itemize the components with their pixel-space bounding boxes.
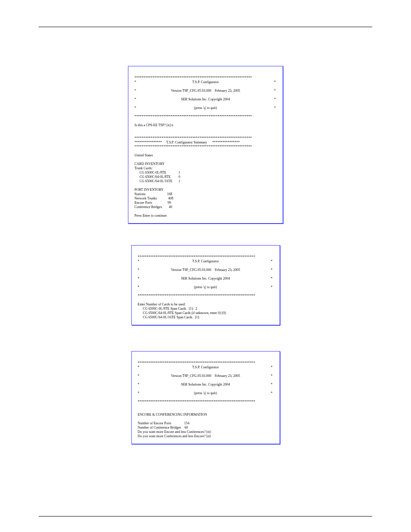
- encore-q1: Do you want more Encore and less Confere…: [138, 430, 212, 434]
- banner-title: T.S.P. Configurator: [192, 259, 219, 264]
- card-input-line: CG 6500C/64-0L/16TE Span Cards [1]:: [138, 315, 200, 319]
- banner-stars-bottom: ****************************************…: [138, 294, 255, 298]
- card-row: CG 6500C/64-0L/8TE 0: [134, 175, 180, 179]
- banner-company: SER Solutions Inc. Copyright 2004: [181, 97, 230, 102]
- banner-version: Version TSP_CFG.05.03.000 February 23, 2…: [171, 268, 240, 272]
- cps-question: Is this a CPS-EE TSP? [n] n: [134, 123, 173, 127]
- port-row: Encore Ports 99: [134, 201, 171, 205]
- banner-company: SER Solutions Inc. Copyright 2004: [181, 277, 230, 281]
- card-input-line: CG 6500C/64-0L/8TE Span Cards (if unknow…: [138, 311, 227, 315]
- port-row: Conference Bridges 40: [134, 205, 172, 209]
- card-row: CG 6500C/64-0L/16TE 1: [134, 179, 180, 183]
- encore-section-title: ENCORE & CONFERENCING INFORMATION: [138, 413, 207, 417]
- encore-row: Number of Encore Ports 154: [138, 421, 190, 425]
- country: United States: [134, 153, 153, 157]
- encore-row: Number of Conference Bridges 60: [138, 426, 188, 429]
- card-row: CG 6500C-0L/8TE 1: [134, 171, 180, 174]
- terminal-cards: ****************************************…: [131, 245, 280, 325]
- card-input-line: CG 6500C-0L/8TE Span Cards [1]: 2: [138, 307, 197, 311]
- banner-title: T.S.P. Configurator: [192, 80, 219, 84]
- summary-line: **************** T.S.P. Configurator Sum…: [134, 140, 240, 144]
- banner-quit: (press 'q' to quit): [194, 106, 217, 110]
- page: ****************************************…: [0, 0, 411, 532]
- summary-stars-bottom: ****************************************…: [134, 145, 252, 149]
- banner-stars-bottom: ****************************************…: [138, 400, 255, 404]
- summary-stars-top: ****************************************…: [134, 136, 252, 140]
- banner-stars: ****************************************…: [138, 361, 255, 365]
- terminal-summary: ****************************************…: [128, 66, 283, 224]
- banner-version: Version TSP_CFG.05.03.000 February 23, 2…: [171, 374, 240, 378]
- page-footer: [39, 516, 372, 518]
- encore-q2: Do you want more Conferences and less En…: [138, 434, 212, 438]
- enter-cards-label: Enter Number of Cards to be used:: [138, 302, 186, 306]
- banner-title: T.S.P. Configurator: [192, 365, 219, 370]
- banner-stars-bottom: ****************************************…: [134, 115, 252, 118]
- card-inventory-title: CARD INVENTORY: [134, 162, 165, 166]
- banner-quit: (press 'q' to quit): [194, 391, 217, 395]
- port-row: Network Trunks 408: [134, 196, 173, 200]
- banner-stars: ****************************************…: [138, 255, 255, 259]
- banner-quit: (press 'q' to quit): [194, 285, 217, 289]
- trunk-cards-label: Trunk Cards:: [134, 166, 153, 170]
- port-row: Stations 168: [134, 192, 172, 196]
- banner-stars: ****************************************…: [134, 76, 252, 80]
- port-inventory-title: PORT INVENTORY: [134, 188, 164, 192]
- terminal-encore: ****************************************…: [131, 351, 280, 444]
- header-rule: [39, 27, 372, 27]
- banner-company: SER Solutions Inc. Copyright 2004: [181, 383, 230, 387]
- continue-prompt: Press Enter to continue:: [134, 214, 167, 218]
- banner-version: Version TSP_CFG.05.03.000 February 23, 2…: [171, 89, 240, 93]
